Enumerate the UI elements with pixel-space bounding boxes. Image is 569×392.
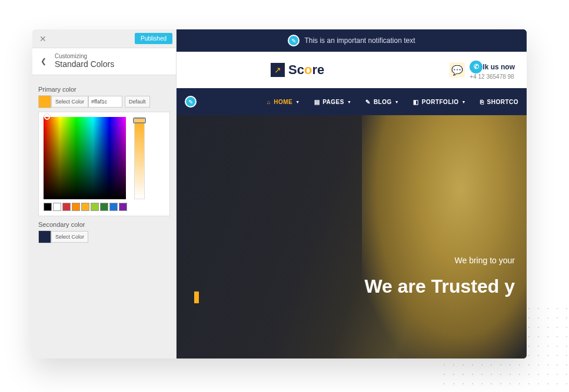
logo-text: Score	[288, 62, 324, 78]
phone-icon: ✆	[470, 61, 483, 73]
default-button[interactable]: Default	[125, 96, 150, 108]
section-header: ❮ Customizing Standard Colors	[32, 48, 176, 75]
app-frame: ✕ Published ❮ Customizing Standard Color…	[32, 29, 527, 359]
palette-swatch[interactable]	[81, 203, 89, 211]
edit-icon[interactable]: ✎	[185, 96, 197, 108]
call-label: ✆lk us now	[470, 61, 515, 73]
hero-section: We bring to your We are Trusted y	[177, 115, 527, 359]
close-icon[interactable]: ✕	[36, 33, 50, 45]
palette-swatch[interactable]	[53, 203, 61, 211]
published-badge[interactable]: Published	[135, 33, 172, 44]
site-preview: ✎ This is an important notification text…	[177, 29, 527, 359]
nav-home[interactable]: ⌂ HOME ▼	[267, 99, 300, 105]
nav-portfolio[interactable]: ◧ PORTFOLIO ▼	[413, 99, 466, 105]
nav-blog[interactable]: ✎ BLOG ▼	[365, 99, 399, 105]
main-nav: ✎ ⌂ HOME ▼ ▤ PAGES ▼ ✎ BLOG ▼ ◧ PORTFOLI…	[177, 88, 527, 115]
palette-swatch[interactable]	[91, 203, 99, 211]
saturation-gradient[interactable]	[44, 117, 126, 199]
palette-row	[44, 203, 127, 211]
pages-icon: ▤	[314, 99, 320, 105]
nav-pages[interactable]: ▤ PAGES ▼	[314, 99, 352, 105]
secondary-color-label: Secondary color	[38, 221, 170, 228]
customizing-label: Customizing	[55, 53, 114, 59]
palette-swatch[interactable]	[100, 203, 108, 211]
palette-swatch[interactable]	[44, 203, 52, 211]
hue-handle-icon[interactable]	[133, 118, 146, 123]
secondary-color-row: Select Color	[38, 230, 170, 243]
contact-block: 💬 ✆lk us now +4 12 365478 98	[450, 61, 515, 80]
nav-shortcode[interactable]: ⎘ SHORTCO	[480, 99, 518, 105]
sidebar-topbar: ✕ Published	[32, 29, 176, 48]
chevron-down-icon: ▼	[347, 100, 351, 104]
hero-headline: We are Trusted y	[364, 276, 515, 297]
primary-color-label: Primary color	[38, 86, 170, 93]
site-logo[interactable]: ↗ Score	[271, 62, 324, 78]
primary-color-row: Select Color Default	[38, 95, 170, 108]
secondary-swatch[interactable]	[38, 230, 51, 243]
hero-subline: We bring to your	[364, 256, 515, 265]
palette-swatch[interactable]	[62, 203, 71, 211]
hero-text: We bring to your We are Trusted y	[364, 256, 515, 297]
section-title: Standard Colors	[55, 59, 114, 69]
site-header: ↗ Score 💬 ✆lk us now +4 12 365478 98	[177, 52, 527, 88]
chevron-down-icon: ▼	[395, 100, 399, 104]
shortcode-icon: ⎘	[480, 99, 484, 105]
blog-icon: ✎	[365, 99, 371, 105]
customizer-sidebar: ✕ Published ❮ Customizing Standard Color…	[32, 29, 177, 359]
color-picker	[38, 112, 170, 216]
accent-bar	[194, 292, 199, 303]
chat-icon[interactable]: 💬	[450, 62, 465, 78]
gradient-cursor-icon[interactable]	[44, 114, 50, 120]
primary-hex-input[interactable]	[88, 96, 122, 108]
colors-panel: Primary color Select Color Default	[32, 75, 176, 253]
select-color-button[interactable]: Select Color	[51, 96, 88, 108]
logo-mark-icon: ↗	[271, 63, 285, 77]
notification-bar: ✎ This is an important notification text	[177, 29, 527, 52]
edit-icon[interactable]: ✎	[288, 35, 300, 46]
hero-image	[362, 115, 527, 359]
palette-swatch[interactable]	[109, 203, 118, 211]
palette-swatch[interactable]	[72, 203, 80, 211]
chevron-down-icon: ▼	[295, 100, 300, 104]
primary-swatch[interactable]	[38, 95, 51, 108]
hue-slider[interactable]	[134, 117, 145, 199]
portfolio-icon: ◧	[413, 99, 419, 105]
select-color-button-secondary[interactable]: Select Color	[51, 231, 88, 243]
home-icon: ⌂	[267, 99, 271, 105]
back-icon[interactable]: ❮	[38, 55, 49, 68]
phone-number: +4 12 365478 98	[470, 73, 515, 80]
chevron-down-icon: ▼	[462, 100, 466, 104]
notification-text: This is an important notification text	[304, 36, 415, 45]
palette-swatch[interactable]	[119, 203, 127, 211]
